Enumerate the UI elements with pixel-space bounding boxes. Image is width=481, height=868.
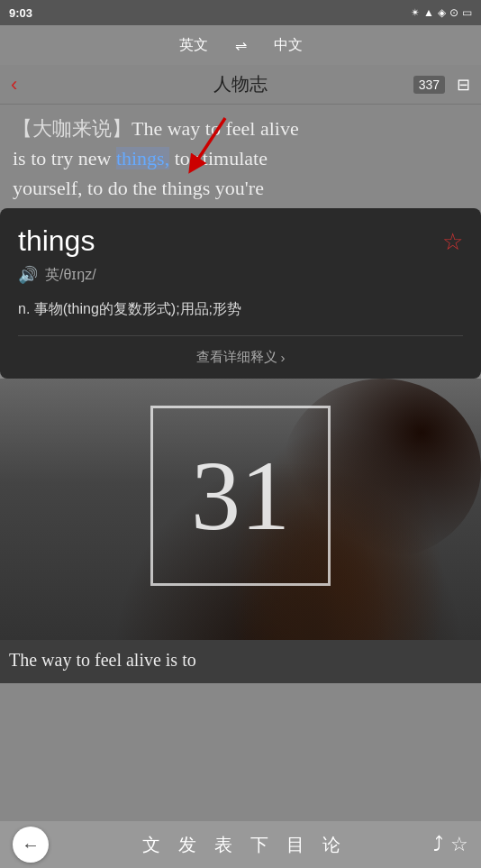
toolbar-icon-5[interactable]: 目 bbox=[277, 827, 313, 863]
dict-chevron-icon: › bbox=[281, 350, 286, 365]
dict-more-link[interactable]: 查看详细释义 › bbox=[18, 336, 463, 379]
dict-star-button[interactable]: ☆ bbox=[442, 228, 463, 256]
number-display: 31 bbox=[191, 446, 290, 545]
dict-phonetic: 英/θɪŋz/ bbox=[45, 266, 96, 285]
article-en1: The way to feel alive bbox=[132, 117, 299, 140]
sound-icon[interactable]: 🔊 bbox=[18, 265, 38, 285]
wifi-icon: ◈ bbox=[438, 6, 446, 19]
page-title: 人物志 bbox=[213, 72, 268, 96]
article-en3: yourself, to do the things you're bbox=[13, 177, 264, 199]
tab-chinese[interactable]: 中文 bbox=[274, 36, 303, 55]
dict-word: things bbox=[18, 224, 95, 258]
time-icon: ⊙ bbox=[449, 6, 458, 19]
bluetooth-icon: ✴ bbox=[411, 6, 420, 19]
signal-icon: ▲ bbox=[423, 6, 434, 19]
article-highlighted-word[interactable]: things, bbox=[116, 147, 169, 169]
tab-english[interactable]: 英文 bbox=[179, 36, 208, 55]
dict-word-row: things ☆ bbox=[18, 224, 463, 258]
toolbar-middle-icons: 文 发 表 下 目 论 bbox=[49, 827, 433, 863]
article-cn-bracket: 【大咖来说】 bbox=[13, 117, 132, 140]
subtitle-text: The way to feel alive is to bbox=[9, 650, 196, 670]
article-en2a: is to try new bbox=[13, 147, 116, 169]
status-icons: ✴ ▲ ◈ ⊙ ▭ bbox=[411, 6, 472, 19]
page-count: 337 bbox=[413, 76, 445, 94]
share-icon[interactable]: ⤴ bbox=[433, 833, 443, 856]
nav-bar: 英文 ⇌ 中文 bbox=[0, 25, 481, 65]
bookmark-icon[interactable]: ⊟ bbox=[457, 75, 470, 95]
back-circle-button[interactable]: ← bbox=[13, 827, 49, 863]
status-time: 9:03 bbox=[9, 6, 32, 20]
battery-icon: ▭ bbox=[462, 6, 472, 19]
article-area: 【大咖来说】The way to feel alive is to try ne… bbox=[0, 105, 481, 208]
dict-more-text: 查看详细释义 bbox=[196, 349, 277, 366]
article-text: 【大咖来说】The way to feel alive is to try ne… bbox=[13, 114, 468, 203]
article-en2b: to stimulate bbox=[169, 147, 268, 169]
swap-icon[interactable]: ⇌ bbox=[235, 37, 247, 54]
language-tabs: 英文 ⇌ 中文 bbox=[179, 36, 303, 55]
secondary-nav: ‹ 人物志 337 ⊟ bbox=[0, 65, 481, 105]
dictionary-popup: things ☆ 🔊 英/θɪŋz/ n. 事物(thing的复数形式);用品;… bbox=[0, 208, 481, 379]
bottom-toolbar: ← 文 发 表 下 目 论 ⤴ ☆ bbox=[0, 821, 481, 868]
star-icon-bottom[interactable]: ☆ bbox=[450, 833, 468, 856]
toolbar-icon-2[interactable]: 发 bbox=[169, 827, 205, 863]
dict-phonetic-row: 🔊 英/θɪŋz/ bbox=[18, 265, 463, 285]
toolbar-icon-4[interactable]: 下 bbox=[241, 827, 277, 863]
toolbar-icon-1[interactable]: 文 bbox=[133, 827, 169, 863]
back-circle-icon: ← bbox=[22, 835, 40, 855]
image-area: 31 bbox=[0, 379, 481, 640]
dict-definition: n. 事物(thing的复数形式);用品;形势 bbox=[18, 297, 463, 321]
back-button[interactable]: ‹ bbox=[11, 73, 17, 96]
toolbar-right-icons: ⤴ ☆ bbox=[433, 833, 468, 856]
toolbar-icon-6[interactable]: 论 bbox=[313, 827, 349, 863]
toolbar-icon-3[interactable]: 表 bbox=[205, 827, 241, 863]
status-bar: 9:03 ✴ ▲ ◈ ⊙ ▭ bbox=[0, 0, 481, 25]
subtitle-strip: The way to feel alive is to bbox=[0, 640, 481, 683]
number-box: 31 bbox=[150, 406, 331, 586]
